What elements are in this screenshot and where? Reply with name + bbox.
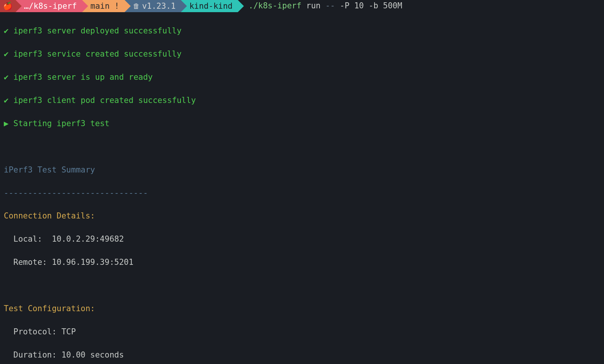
status-text: Starting iperf3 test xyxy=(13,119,109,128)
connection-remote: Remote: 10.96.199.39:5201 xyxy=(4,256,600,268)
prompt-k8s-version: 🗑v1.23.1 xyxy=(125,0,181,12)
status-line: ▶ Starting iperf3 test xyxy=(4,118,600,129)
trash-icon: 🗑 xyxy=(133,1,140,11)
status-line: ✔ iperf3 server deployed successfully xyxy=(4,25,600,36)
cmd-subcommand: run xyxy=(306,1,321,10)
k8s-version-text: v1.23.1 xyxy=(142,0,176,12)
check-icon: ✔ xyxy=(4,96,9,105)
prompt-os-icon: 🍎 xyxy=(0,0,16,12)
status-text: iperf3 server deployed successfully xyxy=(13,26,182,35)
config-duration: Duration: 10.00 seconds xyxy=(4,349,600,361)
apple-icon: 🍎 xyxy=(3,1,13,12)
summary-divider: ------------------------------ xyxy=(4,187,600,199)
cmd-separator: -- xyxy=(326,1,335,10)
config-heading: Test Configuration: xyxy=(4,303,600,314)
cmd-binary: ./k8s-iperf xyxy=(248,1,301,10)
prompt-git-branch: main ! xyxy=(82,0,125,12)
status-line: ✔ iperf3 server is up and ready xyxy=(4,71,600,83)
check-icon: ✔ xyxy=(4,73,9,82)
status-text: iperf3 client pod created successfully xyxy=(13,96,196,105)
prompt-k8s-context: kind-kind xyxy=(181,0,238,12)
status-text: iperf3 server is up and ready xyxy=(13,73,153,82)
connection-heading: Connection Details: xyxy=(4,210,600,222)
config-protocol: Protocol: TCP xyxy=(4,326,600,337)
shell-prompt[interactable]: 🍎 …/k8s-iperf main ! 🗑v1.23.1 kind-kind … xyxy=(0,0,604,12)
terminal-output: ✔ iperf3 server deployed successfully ✔ … xyxy=(0,12,604,364)
status-line: ✔ iperf3 service created successfully xyxy=(4,48,600,60)
check-icon: ✔ xyxy=(4,49,9,59)
cmd-args: -P 10 -b 500M xyxy=(340,1,402,10)
connection-local: Local: 10.0.2.29:49682 xyxy=(4,233,600,245)
status-text: iperf3 service created successfully xyxy=(13,49,182,59)
summary-title: iPerf3 Test Summary xyxy=(4,164,600,176)
check-icon: ✔ xyxy=(4,26,9,35)
prompt-path: …/k8s-iperf xyxy=(16,0,82,12)
status-line: ✔ iperf3 client pod created successfully xyxy=(4,95,600,106)
command-input[interactable]: ./k8s-iperf run -- -P 10 -b 500M xyxy=(238,0,604,12)
play-icon: ▶ xyxy=(4,119,9,128)
